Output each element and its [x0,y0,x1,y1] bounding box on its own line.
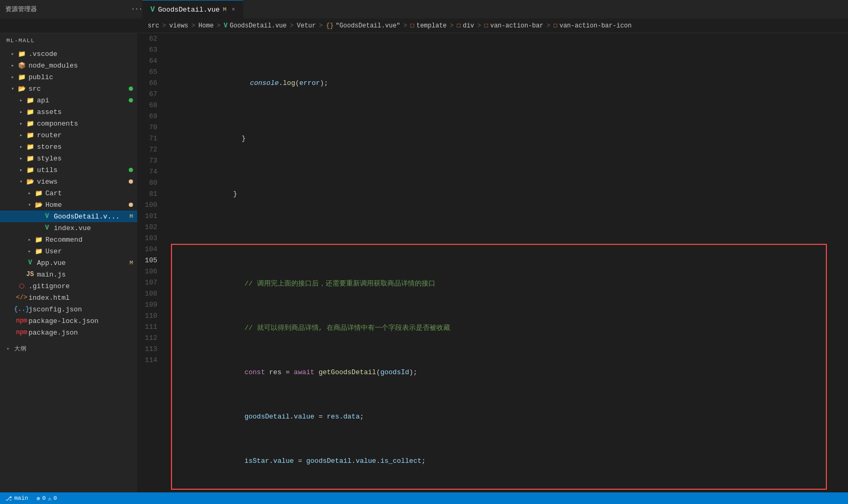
folder-icon-views: 📂 [25,178,35,186]
sidebar-item-index-html[interactable]: </> index.html [0,292,137,303]
error-count: 0 [42,495,46,501]
folder-icon-vscode: 📁 [17,50,26,58]
vue-icon: V [150,5,155,14]
breadcrumb-json-icon: {} [326,22,334,30]
badge-src [129,87,133,91]
ln-102: 102 [137,222,157,233]
ln-73: 73 [137,155,157,166]
breadcrumb: src > views > Home > V GoodsDetail.vue >… [0,18,848,33]
status-git[interactable]: ⎇ main [5,495,28,502]
tab-bar: V GoodsDetail.vue M × [142,0,843,18]
highlight-block-1: // 调用完上面的接口后，还需要重新调用获取商品详情的接口 // 就可以得到商品… [171,244,827,490]
arrow-cart [25,190,34,196]
sidebar-item-node-modules[interactable]: 📦 node_modules [0,60,137,71]
outline-chevron: ▾ [6,346,10,352]
badge-api [129,98,133,102]
sidebar-item-styles[interactable]: 📁 styles [0,153,137,164]
sidebar-item-user[interactable]: 📁 User [0,245,137,257]
sidebar-label-pkg: package.json [28,329,137,337]
code-line-62: console.log(error); [169,78,848,89]
ln-66: 66 [137,78,157,89]
ln-111: 111 [137,321,157,332]
status-bar: ⎇ main ⊗ 0 ⚠ 0 [0,492,848,504]
badge-home [129,203,133,207]
close-icon[interactable]: × [232,6,235,13]
sidebar-item-vscode[interactable]: 📁 .vscode [0,48,137,60]
sidebar-item-api[interactable]: 📁 api [0,94,137,106]
breadcrumb-van-action-bar[interactable]: van-action-bar [490,22,544,30]
ln-100: 100 [137,199,157,211]
sidebar-label-styles: styles [37,155,137,163]
sidebar-label-public: public [28,73,137,81]
editor-content: 62 63 64 65 66 67 68 69 70 71 72 73 74 8… [137,33,848,492]
breadcrumb-van-action-bar-icon[interactable]: van-action-bar-icon [559,22,632,30]
ln-67: 67 [137,89,157,100]
ln-106: 106 [137,266,157,277]
tab-goodsdetail[interactable]: V GoodsDetail.vue M × [142,0,243,18]
sidebar-header: ML-MALL [0,33,137,48]
vue-icon-goodsdetail: V [42,213,52,220]
breadcrumb-box-icon4: □ [554,22,557,30]
breadcrumb-vetur[interactable]: Vetur [297,22,316,30]
sidebar-item-pkg[interactable]: npm package.json [0,327,137,338]
arrow-user [25,248,34,254]
sidebar-label-pkg-lock: package-lock.json [28,317,137,325]
sidebar-item-index-vue[interactable]: V index.vue [0,222,137,234]
sidebar-label-recommend: Recommend [45,236,137,244]
sidebar-title-dots[interactable]: ··· [131,6,142,13]
breadcrumb-div[interactable]: div [463,22,474,30]
breadcrumb-template[interactable]: template [416,22,447,30]
breadcrumb-quoted[interactable]: "GoodsDetail.vue" [336,22,400,30]
ln-113: 113 [137,344,157,355]
sidebar-item-router[interactable]: 📁 router [0,129,137,141]
sidebar-header-label: ML-MALL [6,37,35,44]
sidebar-label-src: src [28,85,129,93]
sidebar-item-public[interactable]: 📁 public [0,71,137,83]
sidebar-item-views[interactable]: 📂 views [0,176,137,187]
folder-icon-src: 📂 [17,85,26,93]
sidebar-label-node-modules: node_modules [28,62,137,70]
ln-101: 101 [137,211,157,222]
sidebar-item-pkg-lock[interactable]: npm package-lock.json [0,315,137,327]
sidebar-item-recommend[interactable]: 📁 Recommend [0,234,137,245]
status-errors[interactable]: ⊗ 0 ⚠ 0 [36,495,56,502]
sidebar-item-stores[interactable]: 📁 stores [0,141,137,153]
sidebar-label-vscode: .vscode [28,50,137,58]
sidebar-item-main-js[interactable]: JS main.js [0,269,137,280]
folder-icon-home: 📂 [34,201,43,209]
sidebar-label-utils: utils [37,166,129,174]
json-icon-jsconfig: {..} [17,306,26,313]
breadcrumb-box-icon2: □ [457,22,461,30]
ln-114: 114 [137,355,157,366]
folder-icon-components: 📁 [25,120,35,128]
sidebar-item-utils[interactable]: 📁 utils [0,164,137,176]
sidebar-item-gitignore[interactable]: ⬡ .gitignore [0,280,137,292]
breadcrumb-views[interactable]: views [169,22,188,30]
sidebar-item-app-vue[interactable]: V App.vue M [0,257,137,269]
sidebar-item-jsconfig[interactable]: {..} jsconfig.json [0,303,137,315]
ln-103: 103 [137,233,157,244]
sidebar-item-cart[interactable]: 📁 Cart [0,187,137,199]
folder-icon-styles: 📁 [25,155,35,163]
sidebar-label-assets: assets [37,108,137,116]
arrow-public [8,74,17,80]
sidebar-item-assets[interactable]: 📁 assets [0,106,137,118]
sep2: > [192,22,195,30]
ln-105: 105 [137,255,157,266]
breadcrumb-src[interactable]: src [148,22,159,30]
folder-icon-recommend: 📁 [34,236,43,244]
breadcrumb-home[interactable]: Home [198,22,214,30]
sidebar-item-home[interactable]: 📂 Home [0,199,137,211]
ln-81: 81 [137,188,157,199]
outline-header: ▾ 大纲 [0,343,137,355]
code-line-69: isStar.value = goodsDetail.value.is_coll… [172,455,826,467]
sidebar-item-goodsdetail[interactable]: V GoodsDetail.v... M [0,211,137,222]
code-area[interactable]: console.log(error); } } [164,33,848,492]
ln-72: 72 [137,144,157,155]
ln-110: 110 [137,310,157,321]
vue-icon-app: V [25,259,35,267]
sep4: > [290,22,293,30]
breadcrumb-goodsdetail[interactable]: GoodsDetail.vue [230,22,287,30]
sidebar-item-src[interactable]: 📂 src [0,83,137,94]
sidebar-item-components[interactable]: 📁 components [0,118,137,129]
